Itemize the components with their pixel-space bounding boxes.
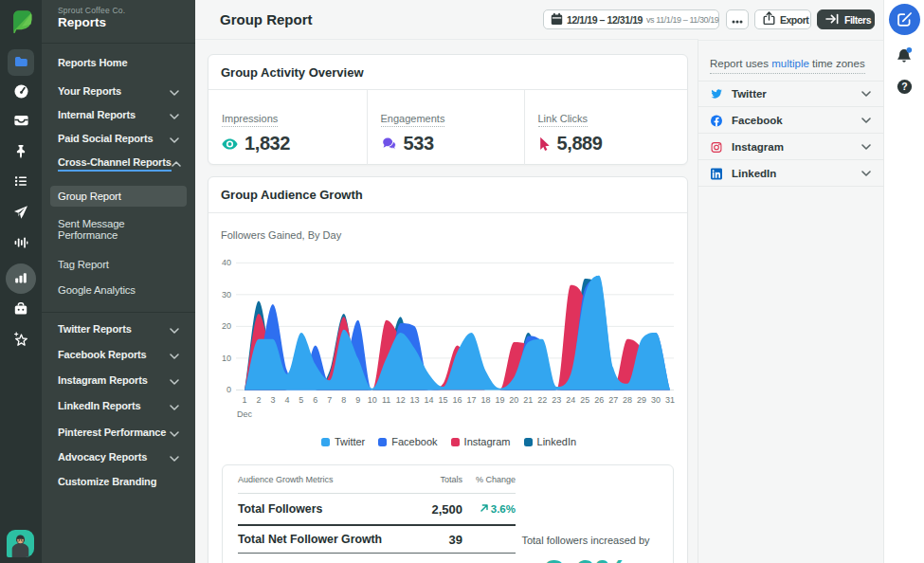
legend-label: Instagram <box>464 436 511 447</box>
rail-item-gauge-icon[interactable] <box>0 83 42 100</box>
chevron-down-icon <box>861 144 871 150</box>
legend-swatch <box>378 438 387 446</box>
eye-icon <box>222 138 238 150</box>
header-actions: 12/1/19 – 12/31/19 vs 11/1/19 – 11/30/19… <box>195 9 698 29</box>
legend-label: Facebook <box>391 436 437 447</box>
sidebar-item-advocacy-reports[interactable]: Advocacy Reports <box>50 446 187 467</box>
svg-text:30: 30 <box>651 395 661 405</box>
timezone-note: Report uses multiple time zones <box>710 58 865 74</box>
svg-text:31: 31 <box>665 395 675 405</box>
svg-text:20: 20 <box>509 395 518 405</box>
sidebar-item-tag-report[interactable]: Tag Report <box>50 254 187 275</box>
account-row-facebook[interactable]: Facebook <box>698 107 883 134</box>
metric-impressions: Impressions1,832 <box>208 90 367 165</box>
chevron-down-icon <box>170 320 179 337</box>
svg-text:5: 5 <box>299 395 303 405</box>
svg-text:10: 10 <box>222 354 231 363</box>
pin-icon <box>14 144 27 159</box>
legend-item-twitter[interactable]: Twitter <box>321 436 365 447</box>
list-icon <box>13 174 28 188</box>
chevron-down-icon <box>170 130 179 147</box>
more-options-button[interactable] <box>726 9 749 29</box>
help-icon[interactable]: ? <box>897 79 913 95</box>
svg-text:13: 13 <box>410 395 420 405</box>
chevron-down-icon <box>170 106 179 123</box>
metric-label[interactable]: Engagements <box>381 113 445 127</box>
sidebar-item-cross-channel-reports[interactable]: Cross-Channel Reports <box>50 152 187 173</box>
sidebar-item-customize-branding[interactable]: Customize Branding <box>50 471 187 492</box>
svg-text:30: 30 <box>222 290 231 300</box>
table-header: Audience Growth Metrics <box>238 475 408 484</box>
chat-bubbles-icon <box>381 137 397 151</box>
sidebar-item-paid-social-reports[interactable]: Paid Social Reports <box>50 128 187 149</box>
svg-text:9: 9 <box>355 395 360 405</box>
metric-value: 1,832 <box>245 133 290 154</box>
metric-label[interactable]: Impressions <box>222 113 278 127</box>
sidebar-item-google-analytics[interactable]: Google Analytics <box>50 280 187 300</box>
sidebar-item-linkedin-reports[interactable]: LinkedIn Reports <box>50 395 187 416</box>
rail-item-inbox-icon[interactable] <box>0 114 42 128</box>
metric-label[interactable]: Link Clicks <box>538 113 589 127</box>
svg-text:6: 6 <box>313 395 317 405</box>
row-metric: Total Net Follower Growth <box>238 533 408 546</box>
export-icon <box>763 11 775 27</box>
account-row-instagram[interactable]: Instagram <box>698 134 883 160</box>
sidebar-item-internal-reports[interactable]: Internal Reports <box>50 104 187 125</box>
legend-item-linkedin[interactable]: LinkedIn <box>524 436 577 447</box>
svg-text:15: 15 <box>439 395 448 405</box>
rail-item-folder-icon[interactable] <box>0 54 42 69</box>
rail-item-sound-bars-icon[interactable] <box>0 235 42 250</box>
svg-text:3: 3 <box>270 395 275 405</box>
reports-sidebar: Sprout Coffee Co. Reports Reports HomeYo… <box>42 0 195 563</box>
svg-text:20: 20 <box>222 321 231 331</box>
bar-chart-icon <box>13 270 28 285</box>
report-settings-panel: Report uses multiple time zones TwitterF… <box>698 40 883 563</box>
account-row-linkedin[interactable]: LinkedIn <box>698 160 883 187</box>
app: Sprout Coffee Co. Reports Reports HomeYo… <box>0 0 924 563</box>
rail-item-briefcase-icon[interactable] <box>0 301 42 317</box>
inbox-icon <box>13 114 29 128</box>
chevron-down-icon <box>170 448 179 465</box>
legend-item-facebook[interactable]: Facebook <box>378 436 437 447</box>
sidebar-item-your-reports[interactable]: Your Reports <box>50 81 187 101</box>
sidebar-item-instagram-reports[interactable]: Instagram Reports <box>50 370 187 390</box>
calendar-icon <box>551 12 563 27</box>
rail-item-star-sparkle-icon[interactable] <box>0 332 42 348</box>
group-audience-growth-card: Group Audience Growth Followers Gained, … <box>208 176 688 563</box>
chevron-down-icon <box>861 171 871 176</box>
sidebar-item-reports-home[interactable]: Reports Home <box>50 52 187 73</box>
metric-link-clicks: Link Clicks5,889 <box>524 90 688 165</box>
rail-item-paper-plane-icon[interactable] <box>0 205 42 220</box>
account-row-twitter[interactable]: Twitter <box>698 81 883 107</box>
legend-label: Twitter <box>335 436 365 447</box>
timezone-multiple-link[interactable]: multiple <box>771 58 809 69</box>
chevron-down-icon <box>170 397 179 414</box>
rail-item-pin-icon[interactable] <box>0 144 42 159</box>
legend-item-instagram[interactable]: Instagram <box>451 436 511 447</box>
user-avatar[interactable] <box>7 530 34 557</box>
growth-summary: Total followers increased by 3.6% <box>516 465 673 563</box>
sidebar-item-pinterest-performance[interactable]: Pinterest Performance <box>50 422 187 443</box>
rail-item-list-icon[interactable] <box>0 174 42 188</box>
compose-button[interactable] <box>889 4 920 35</box>
sidebar-item-twitter-reports[interactable]: Twitter Reports <box>50 318 187 339</box>
date-range-button[interactable]: 12/1/19 – 12/31/19 vs 11/1/19 – 11/30/19 <box>543 9 719 29</box>
filters-icon <box>825 12 839 27</box>
rail-item-bar-chart-icon[interactable] <box>0 270 42 285</box>
chevron-down-icon <box>170 346 179 363</box>
svg-text:Dec: Dec <box>237 409 253 419</box>
filters-button[interactable]: Filters <box>817 9 875 29</box>
gauge-icon <box>13 83 29 100</box>
sprout-logo[interactable] <box>9 9 33 33</box>
svg-text:19: 19 <box>495 395 504 405</box>
sidebar-divider <box>42 43 195 44</box>
sidebar-item-sent-message-performance[interactable]: Sent MessagePerformance <box>50 212 187 246</box>
account-list: TwitterFacebookInstagramLinkedIn <box>698 81 883 187</box>
sidebar-item-group-report[interactable]: Group Report <box>50 186 187 207</box>
sidebar-item-facebook-reports[interactable]: Facebook Reports <box>50 344 187 365</box>
notifications-bell-icon[interactable] <box>895 46 914 65</box>
svg-text:10: 10 <box>368 395 377 405</box>
area-series-twitter <box>245 276 670 390</box>
svg-text:17: 17 <box>466 395 476 405</box>
export-button[interactable]: Export <box>754 9 811 29</box>
